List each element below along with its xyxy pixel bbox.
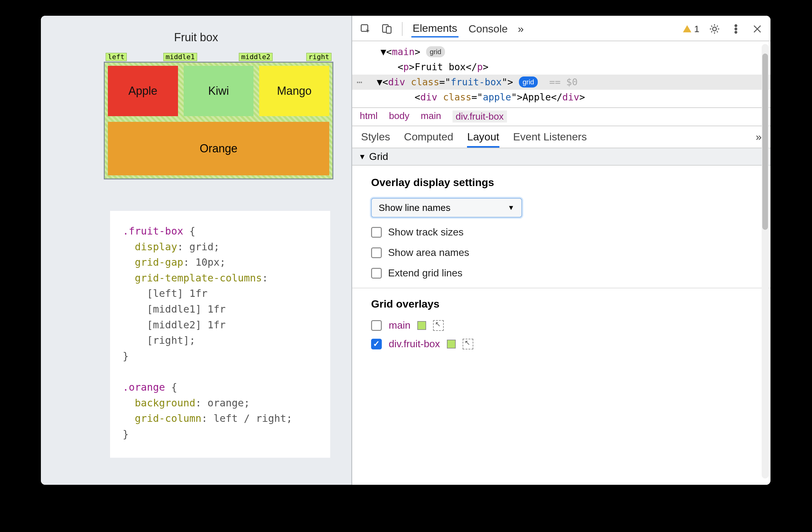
fruit-box-grid[interactable]: Apple Kiwi Mango Orange <box>104 62 333 179</box>
color-swatch[interactable] <box>447 340 456 349</box>
breadcrumb-fruitbox[interactable]: div.fruit-box <box>452 111 507 123</box>
color-swatch[interactable] <box>417 321 426 330</box>
disclosure-triangle-icon: ▼ <box>359 152 366 161</box>
cell-kiwi: Kiwi <box>184 66 254 116</box>
grid-overlays-heading: Grid overlays <box>371 298 758 310</box>
reveal-in-elements-icon[interactable] <box>463 339 473 349</box>
option-label: Extend grid lines <box>388 267 463 279</box>
grid-line-label-middle1: middle1 <box>163 53 197 61</box>
kebab-icon[interactable] <box>729 23 742 35</box>
layout-section-title: Grid <box>369 151 388 163</box>
overlay-name[interactable]: main <box>389 320 410 331</box>
warnings-badge[interactable]: 1 <box>682 24 699 34</box>
breadcrumb-html[interactable]: html <box>360 111 378 123</box>
grid-line-label-middle2: middle2 <box>239 53 273 61</box>
reveal-in-elements-icon[interactable] <box>433 320 444 331</box>
svg-point-5 <box>735 28 737 30</box>
device-toggle-icon[interactable] <box>380 23 393 35</box>
overlay-item-fruitbox: div.fruit-box <box>371 338 758 350</box>
subtab-listeners[interactable]: Event Listeners <box>513 131 587 148</box>
grid-line-label-left: left <box>106 53 127 61</box>
grid-line-label-right: right <box>306 53 332 61</box>
dom-tree[interactable]: ▼<main> grid <p>Fruit box</p> ▼<div clas… <box>352 41 770 107</box>
breadcrumb-body[interactable]: body <box>389 111 409 123</box>
layout-section-header[interactable]: ▼ Grid <box>352 148 770 166</box>
rendered-page-pane: Fruit box left middle1 middle2 right App… <box>41 16 352 485</box>
checkbox[interactable] <box>371 320 382 331</box>
styles-subtabs: Styles Computed Layout Event Listeners » <box>352 126 770 148</box>
overlay-settings-heading: Overlay display settings <box>371 176 758 188</box>
option-area-names[interactable]: Show area names <box>371 247 758 258</box>
line-names-dropdown[interactable]: Show line names ▼ <box>371 198 522 218</box>
tab-console[interactable]: Console <box>467 21 509 37</box>
inspect-icon[interactable] <box>359 23 372 35</box>
option-extend-lines[interactable]: Extend grid lines <box>371 267 758 279</box>
option-label: Show area names <box>388 247 469 258</box>
dropdown-value: Show line names <box>379 202 450 213</box>
chevron-down-icon: ▼ <box>508 204 514 212</box>
tab-elements[interactable]: Elements <box>411 20 459 38</box>
layout-panel: Overlay display settings Show line names… <box>352 166 770 369</box>
page-title: Fruit box <box>41 16 351 44</box>
devtools-toolbar: Elements Console » 1 <box>352 16 770 41</box>
scrollbar-thumb[interactable] <box>762 54 768 230</box>
more-subtabs-icon[interactable]: » <box>756 131 762 148</box>
css-snippet: .fruit-box { display: grid; grid-gap: 10… <box>110 211 330 458</box>
subtab-styles[interactable]: Styles <box>361 131 390 148</box>
grid-preview: left middle1 middle2 right Apple Kiwi Ma… <box>104 53 333 179</box>
svg-rect-2 <box>387 26 391 33</box>
gear-icon[interactable] <box>708 23 721 35</box>
checkbox[interactable] <box>371 339 382 349</box>
subtab-computed[interactable]: Computed <box>404 131 453 148</box>
more-tabs-icon[interactable]: » <box>518 23 524 35</box>
option-track-sizes[interactable]: Show track sizes <box>371 226 758 238</box>
cell-apple: Apple <box>108 66 178 116</box>
overlay-name[interactable]: div.fruit-box <box>389 338 440 350</box>
scrollbar[interactable] <box>762 44 769 478</box>
option-label: Show track sizes <box>388 226 464 238</box>
grid-badge-active[interactable]: grid <box>519 76 538 87</box>
close-icon[interactable] <box>751 23 764 35</box>
checkbox[interactable] <box>371 248 382 258</box>
svg-point-6 <box>735 31 737 33</box>
cell-orange-label: Orange <box>181 122 256 175</box>
grid-line-labels: left middle1 middle2 right <box>106 53 332 62</box>
subtab-layout[interactable]: Layout <box>467 131 499 148</box>
dom-selected-node[interactable]: ▼<div class="fruit-box"> grid == $0 <box>352 74 770 90</box>
cell-mango: Mango <box>259 66 329 116</box>
app-window: Fruit box left middle1 middle2 right App… <box>41 16 770 485</box>
checkbox[interactable] <box>371 268 382 279</box>
grid-badge[interactable]: grid <box>426 46 445 57</box>
dom-breadcrumbs: html body main div.fruit-box <box>352 107 770 126</box>
svg-point-3 <box>713 27 716 31</box>
breadcrumb-main[interactable]: main <box>421 111 441 123</box>
devtools-pane: Elements Console » 1 ▼<main> grid <p>Fru… <box>352 16 770 485</box>
cell-orange: Orange <box>108 122 329 175</box>
checkbox[interactable] <box>371 227 382 238</box>
svg-point-4 <box>735 25 737 26</box>
warnings-count: 1 <box>694 24 699 34</box>
overlay-item-main: main <box>371 320 758 331</box>
